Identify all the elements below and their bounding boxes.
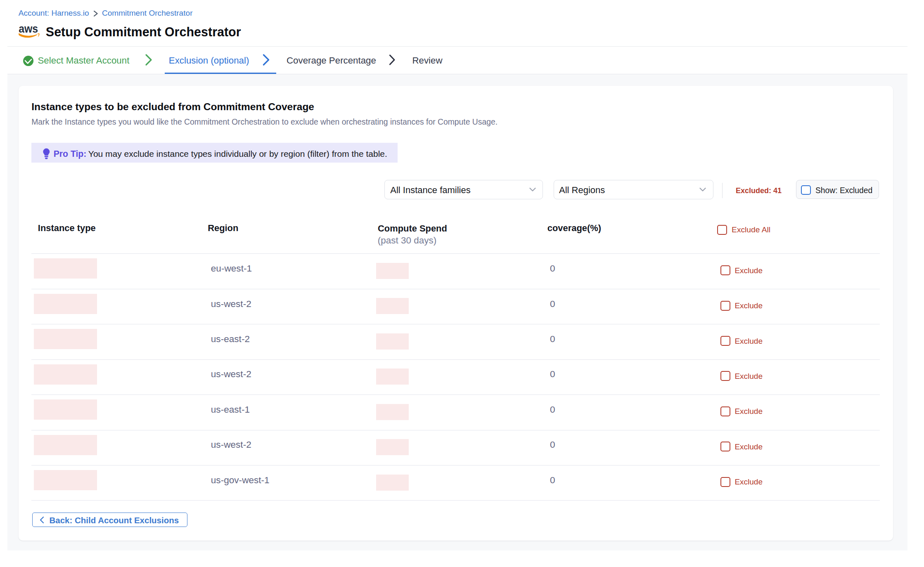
svg-text:aws: aws [19,25,38,35]
